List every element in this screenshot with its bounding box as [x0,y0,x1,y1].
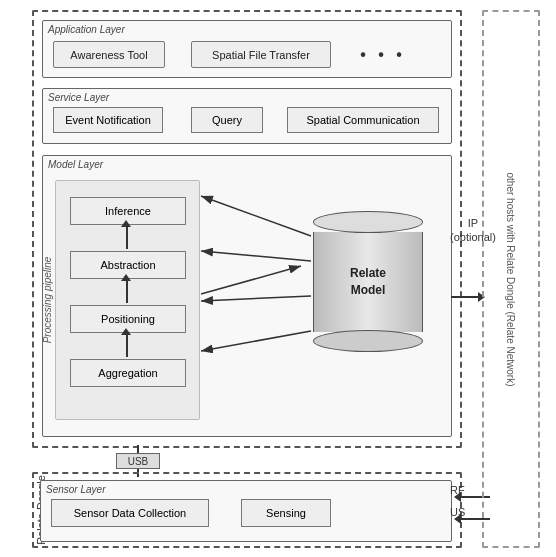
svg-line-2 [201,296,311,301]
relate-model: RelateModel [313,211,423,341]
sensing-box: Sensing [241,499,331,527]
ip-text: IP(optional) [450,217,496,243]
rf-text: RF [450,484,465,496]
application-layer: Application Layer Awareness Tool Spatial… [42,20,452,78]
spatial-comm-label: Spatial Communication [306,114,419,126]
relate-model-label: RelateModel [350,265,386,299]
usb-line-top [137,445,139,453]
aggregation-box: Aggregation [70,359,186,387]
svg-line-3 [201,331,311,351]
model-layer: Model Layer Processing pipeline Inferenc… [42,155,452,437]
sensor-layer-label: Sensor Layer [46,484,105,495]
spatial-file-transfer-box: Spatial File Transfer [191,41,331,68]
svg-line-4 [201,266,301,294]
awareness-tool-label: Awareness Tool [70,49,147,61]
event-notification-label: Event Notification [65,114,151,126]
sensor-data-collection-label: Sensor Data Collection [74,507,187,519]
service-layer: Service Layer Event Notification Query S… [42,88,452,144]
inference-label: Inference [105,205,151,217]
cylinder-top [313,211,423,233]
svg-line-1 [201,251,311,261]
relate-dongle: Relate Dongle Sensor Layer Sensor Data C… [32,472,462,548]
usb-label: USB [128,456,149,467]
service-layer-label: Service Layer [48,92,109,103]
us-label: US [450,506,465,518]
arrow-abs-inf-head [121,220,131,227]
sensor-data-collection-box: Sensor Data Collection [51,499,209,527]
arrow-abs-inf [126,225,128,249]
right-column: other hosts with Relate Dongle (Relate N… [482,10,540,548]
mobile-host-device: Mobile Host Device Application Layer Awa… [32,10,462,448]
dots-box: • • • [353,41,413,68]
event-notification-box: Event Notification [53,107,163,133]
abstraction-label: Abstraction [100,259,155,271]
model-layer-label: Model Layer [48,159,103,170]
spatial-file-transfer-label: Spatial File Transfer [212,49,310,61]
pipeline-label: Processing pipeline [42,257,53,344]
sensing-label: Sensing [266,507,306,519]
spatial-comm-box: Spatial Communication [287,107,439,133]
dots-label: • • • [360,46,406,64]
usb-connector: USB [116,453,160,469]
arrow-pos-abs-head [121,274,131,281]
sensor-layer: Sensor Layer Sensor Data Collection Sens… [40,480,452,542]
arrow-agg-pos-head [121,328,131,335]
ip-label: IP(optional) [450,216,496,245]
rf-label: RF [450,484,465,496]
cylinder-bottom [313,330,423,352]
query-box: Query [191,107,263,133]
application-layer-label: Application Layer [48,24,125,35]
us-text: US [450,506,465,518]
arrow-pos-abs [126,279,128,303]
arrow-ip-right [451,296,479,298]
positioning-label: Positioning [101,313,155,325]
query-label: Query [212,114,242,126]
processing-pipeline: Processing pipeline Inference Abstractio… [55,180,200,420]
awareness-tool-box: Awareness Tool [53,41,165,68]
cylinder-body: RelateModel [313,232,423,332]
arrow-agg-pos [126,333,128,357]
aggregation-label: Aggregation [98,367,157,379]
right-column-label: other hosts with Relate Dongle (Relate N… [505,172,518,386]
svg-line-0 [201,196,311,236]
